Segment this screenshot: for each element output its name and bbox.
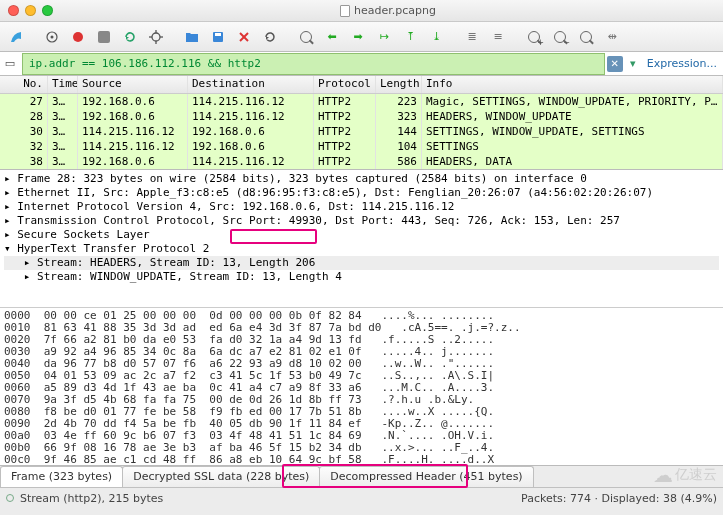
save-file-icon[interactable]: [206, 26, 230, 48]
packet-details-pane[interactable]: ▸ Frame 28: 323 bytes on wire (2584 bits…: [0, 170, 723, 308]
svg-rect-9: [215, 33, 221, 36]
close-file-icon[interactable]: [232, 26, 256, 48]
window-controls: [8, 5, 53, 16]
expression-button[interactable]: Expression...: [641, 57, 723, 70]
bookmark-filter-icon[interactable]: ▭: [0, 54, 20, 74]
status-right: Packets: 774 · Displayed: 38 (4.9%): [521, 492, 717, 505]
status-bar: Stream (http2), 215 bytes Packets: 774 ·…: [0, 488, 723, 508]
auto-scroll-icon[interactable]: ≣: [460, 26, 484, 48]
tree-node[interactable]: ▸ Stream: WINDOW_UPDATE, Stream ID: 13, …: [4, 270, 719, 284]
capture-options-icon[interactable]: [40, 26, 64, 48]
start-capture-icon[interactable]: [66, 26, 90, 48]
col-info[interactable]: Info: [422, 76, 723, 93]
restart-capture-icon[interactable]: [118, 26, 142, 48]
close-window[interactable]: [8, 5, 19, 16]
shark-fin-icon[interactable]: [4, 26, 28, 48]
watermark: 亿速云: [653, 463, 717, 487]
go-last-icon[interactable]: ⤓: [424, 26, 448, 48]
tree-node[interactable]: ▸ Ethernet II, Src: Apple_f3:c8:e5 (d8:9…: [4, 186, 719, 200]
minimize-window[interactable]: [25, 5, 36, 16]
document-icon: [340, 5, 350, 17]
window-title: header.pcapng: [53, 4, 723, 17]
tree-node[interactable]: ▾ HyperText Transfer Protocol 2: [4, 242, 719, 256]
zoom-out-icon[interactable]: −: [548, 26, 572, 48]
apply-filter-icon[interactable]: ▾: [625, 57, 641, 70]
packet-row[interactable]: 323…114.215.116.12192.168.0.6HTTP2104SET…: [0, 139, 723, 154]
capture-settings-icon[interactable]: [144, 26, 168, 48]
col-no[interactable]: No.: [0, 76, 48, 93]
zoom-reset-icon[interactable]: [574, 26, 598, 48]
bytes-tabs: Frame (323 bytes) Decrypted SSL data (22…: [0, 466, 723, 488]
go-first-icon[interactable]: ⤒: [398, 26, 422, 48]
zoom-window[interactable]: [42, 5, 53, 16]
stop-capture-icon[interactable]: [92, 26, 116, 48]
col-protocol[interactable]: Protocol: [314, 76, 376, 93]
tab-frame[interactable]: Frame (323 bytes): [0, 466, 123, 487]
packet-row[interactable]: 383…192.168.0.6114.215.116.12HTTP2586HEA…: [0, 154, 723, 169]
status-left: Stream (http2), 215 bytes: [20, 492, 163, 505]
display-filter-input[interactable]: ip.addr == 106.186.112.116 && http2: [22, 53, 605, 75]
packet-bytes-pane[interactable]: 0000 00 00 ce 01 25 00 00 00 0d 00 00 00…: [0, 308, 723, 466]
open-file-icon[interactable]: [180, 26, 204, 48]
col-length[interactable]: Length: [376, 76, 422, 93]
packet-list-pane[interactable]: No. Time Source Destination Protocol Len…: [0, 76, 723, 170]
titlebar: header.pcapng: [0, 0, 723, 22]
svg-point-1: [51, 35, 54, 38]
expert-info-icon[interactable]: [6, 494, 14, 502]
clear-filter-icon[interactable]: ✕: [607, 56, 623, 72]
packet-row[interactable]: 303…114.215.116.12192.168.0.6HTTP2144SET…: [0, 124, 723, 139]
reload-file-icon[interactable]: [258, 26, 282, 48]
packet-row[interactable]: 273…192.168.0.6114.215.116.12HTTP2223Mag…: [0, 94, 723, 109]
col-source[interactable]: Source: [78, 76, 188, 93]
tab-decrypted-ssl[interactable]: Decrypted SSL data (228 bytes): [122, 466, 320, 487]
annotation-length-206: [230, 229, 317, 244]
display-filter-bar: ▭ ip.addr == 106.186.112.116 && http2 ✕ …: [0, 52, 723, 76]
go-back-icon[interactable]: ⬅: [320, 26, 344, 48]
zoom-in-icon[interactable]: +: [522, 26, 546, 48]
svg-point-2: [73, 32, 83, 42]
packet-row[interactable]: 283…192.168.0.6114.215.116.12HTTP2323HEA…: [0, 109, 723, 124]
tree-node[interactable]: ▸ Secure Sockets Layer: [4, 228, 719, 242]
tree-node[interactable]: ▸ Frame 28: 323 bytes on wire (2584 bits…: [4, 172, 719, 186]
tree-node[interactable]: ▸ Internet Protocol Version 4, Src: 192.…: [4, 200, 719, 214]
packet-list-header[interactable]: No. Time Source Destination Protocol Len…: [0, 76, 723, 94]
find-packet-icon[interactable]: [294, 26, 318, 48]
svg-point-3: [152, 33, 160, 41]
col-destination[interactable]: Destination: [188, 76, 314, 93]
tree-node[interactable]: ▸ Stream: HEADERS, Stream ID: 13, Length…: [4, 256, 719, 270]
tree-node[interactable]: ▸ Transmission Control Protocol, Src Por…: [4, 214, 719, 228]
resize-columns-icon[interactable]: ⇹: [600, 26, 624, 48]
tab-decompressed-header[interactable]: Decompressed Header (451 bytes): [319, 466, 533, 487]
go-to-packet-icon[interactable]: ↦: [372, 26, 396, 48]
go-forward-icon[interactable]: ➡: [346, 26, 370, 48]
colorize-icon[interactable]: ≡: [486, 26, 510, 48]
col-time[interactable]: Time: [48, 76, 78, 93]
main-toolbar: ⬅ ➡ ↦ ⤒ ⤓ ≣ ≡ + − ⇹: [0, 22, 723, 52]
